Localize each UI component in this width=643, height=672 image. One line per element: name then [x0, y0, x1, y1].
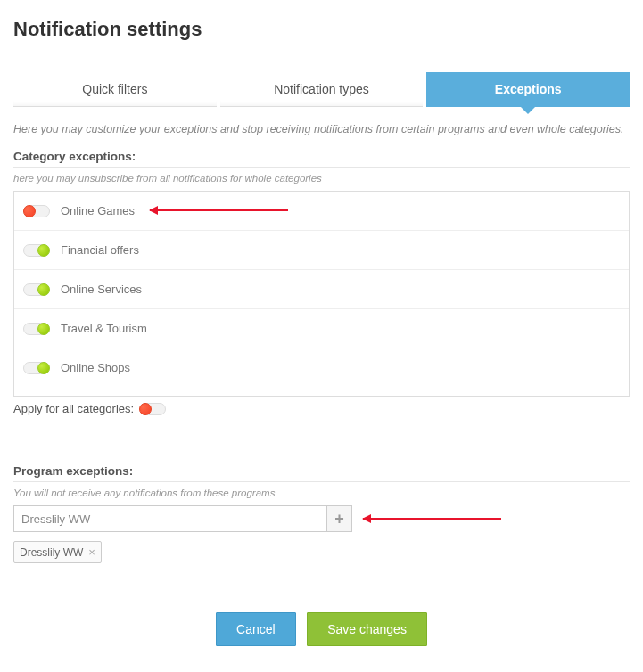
save-button[interactable]: Save changes	[307, 612, 427, 646]
divider	[13, 481, 630, 482]
program-input[interactable]	[13, 505, 327, 532]
category-row: Financial offers	[14, 231, 629, 270]
toggle-apply-all[interactable]	[139, 403, 166, 415]
category-row: Online Shops	[14, 348, 629, 387]
category-section-sub: here you may unsubscribe from all notifi…	[13, 173, 630, 184]
category-row: Travel & Tourism	[14, 309, 629, 348]
category-label: Financial offers	[61, 243, 139, 257]
category-section-title: Category exceptions:	[13, 150, 630, 163]
category-label: Online Shops	[61, 361, 130, 374]
program-tag: Dresslily WW ×	[13, 541, 102, 563]
divider	[13, 167, 630, 168]
cancel-button[interactable]: Cancel	[216, 612, 296, 646]
program-input-row: +	[13, 505, 352, 532]
toggle-travel-tourism[interactable]	[23, 323, 50, 335]
tabs: Quick filters Notification types Excepti…	[13, 72, 630, 107]
tab-notification-types[interactable]: Notification types	[220, 72, 424, 107]
toggle-online-services[interactable]	[23, 283, 50, 296]
page-title: Notification settings	[13, 18, 630, 41]
category-row: Online Games	[14, 192, 629, 231]
plus-icon: +	[334, 511, 344, 527]
remove-tag-icon[interactable]: ×	[88, 545, 95, 559]
button-row: Cancel Save changes	[13, 612, 630, 646]
category-label: Online Games	[61, 204, 135, 217]
program-section-title: Program exceptions:	[13, 464, 630, 478]
category-list[interactable]: Online Games Financial offers Online Ser…	[13, 191, 630, 397]
program-tag-label: Dresslily WW	[20, 546, 83, 559]
toggle-financial-offers[interactable]	[23, 244, 50, 257]
toggle-online-shops[interactable]	[23, 362, 50, 374]
category-label: Travel & Tourism	[61, 322, 147, 335]
annotation-arrow	[150, 209, 288, 211]
annotation-arrow	[363, 518, 501, 520]
toggle-online-games[interactable]	[23, 205, 50, 217]
program-section-sub: You will not receive any notifications f…	[13, 488, 630, 498]
apply-all-label: Apply for all categories:	[13, 402, 134, 415]
category-label: Online Services	[61, 283, 142, 296]
tab-exceptions[interactable]: Exceptions	[426, 72, 630, 107]
category-row: Online Services	[14, 270, 629, 309]
page-description: Here you may customize your exceptions a…	[13, 123, 630, 135]
apply-all-row: Apply for all categories:	[13, 402, 630, 415]
add-program-button[interactable]: +	[327, 505, 352, 532]
program-tags: Dresslily WW ×	[13, 541, 630, 563]
tab-quick-filters[interactable]: Quick filters	[13, 72, 217, 107]
